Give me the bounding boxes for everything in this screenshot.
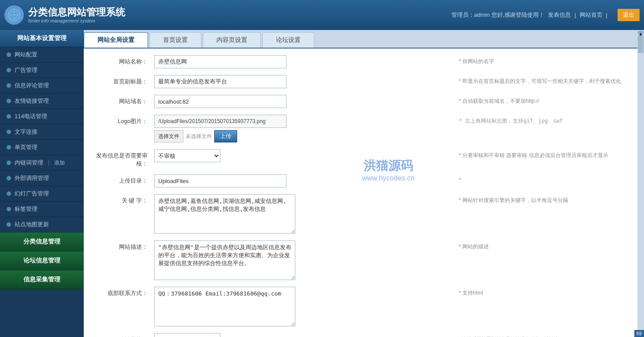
sidebar-label: 114电话管理 — [15, 112, 47, 120]
tab-content-settings[interactable]: 内容页设置 — [203, 32, 261, 48]
hint-review: * 分要审核和不审核 选要审核 信息必须后台管理员审核后才显示 — [452, 149, 629, 159]
sidebar-label: 单页管理 — [15, 143, 37, 151]
scrollbar[interactable]: ▲ — [637, 30, 644, 337]
home-link[interactable]: 网站首页 — [580, 11, 603, 19]
sidebar-item-comments[interactable]: 信息评论管理 — [0, 78, 84, 94]
sidebar-item-slideshow[interactable]: 幻灯广告管理 — [0, 186, 84, 202]
label-logo: Logo图片： — [93, 115, 154, 125]
title-block: 分类信息网站管理系统 fenlei info management system — [28, 7, 125, 23]
input-subtitle[interactable] — [154, 75, 287, 88]
hint-keywords: * 网站针对搜索引擎的关键字，以半角逗号分隔 — [452, 194, 629, 204]
hint-subtitle: * 即显示在首页标题后的文字，可填写一些相关关键字，利于搜索优化 — [452, 75, 629, 85]
label-footer: 底部联系方式： — [93, 287, 154, 297]
sidebar-item-site-config[interactable]: 网站配置 — [0, 47, 84, 63]
form-row-review: 发布信息是否需要审核： 不审核 审核 * 分要审核和不审核 选要审核 信息必须后… — [93, 149, 629, 168]
logout-button[interactable]: 退出 — [618, 9, 640, 21]
label-site-name: 网站名称： — [93, 55, 154, 66]
choose-file-button[interactable]: 选择文件 — [154, 130, 183, 142]
field-footer: QQ：379681606 Email:379681606@qq.com — [154, 287, 452, 326]
label-review: 发布信息是否需要审核： — [93, 149, 154, 168]
field-theme: 默认模版 — [154, 333, 452, 337]
field-site-name — [154, 55, 452, 68]
separator1: | — [574, 12, 576, 19]
sidebar-label: 广告管理 — [15, 66, 37, 74]
textarea-description[interactable]: "赤壁信息网"是一个提供赤壁以及周边地区信息发布的平台，能为百姓的生活带来方便和… — [154, 240, 295, 280]
sidebar-label: 网站配置 — [15, 51, 37, 59]
input-site-name[interactable] — [154, 55, 287, 68]
sidebar-label: 文字连接 — [15, 128, 37, 136]
dot-icon — [7, 222, 11, 227]
sidebar-label: 友情链接管理 — [15, 97, 49, 105]
form-row-subtitle: 首页副标题： * 即显示在首页标题后的文字，可填写一些相关关键字，利于搜索优化 — [93, 75, 629, 88]
input-upload-dir[interactable] — [154, 174, 287, 187]
field-upload-dir — [154, 174, 452, 187]
tab-forum-settings[interactable]: 论坛设置 — [262, 32, 314, 48]
sidebar-section-classified[interactable]: 分类信息管理 — [0, 232, 84, 251]
dot-icon — [7, 176, 11, 180]
header-right: 管理员：admin 您好,感谢登陆使用！ 发表信息 | 网站首页 | 退出 — [451, 9, 640, 21]
sidebar-section-forum[interactable]: 论坛信息管理 — [0, 251, 84, 270]
upload-button[interactable]: 上传 — [214, 130, 237, 142]
layout: 网站基本设置管理 网站配置 广告管理 信息评论管理 友情链接管理 114电话管理… — [0, 30, 644, 337]
textarea-footer[interactable]: QQ：379681606 Email:379681606@qq.com — [154, 287, 295, 326]
field-subtitle — [154, 75, 452, 88]
add-inner-link[interactable]: 添加 — [54, 159, 65, 167]
label-domain: 网站域名： — [93, 95, 154, 105]
sidebar-item-text-links[interactable]: 文字连接 — [0, 124, 84, 140]
logo-path-display: /UploadFiles/201507/2015070135937773.png — [154, 115, 287, 128]
tab-home-settings[interactable]: 首页设置 — [149, 32, 201, 48]
field-description: "赤壁信息网"是一个提供赤壁以及周边地区信息发布的平台，能为百姓的生活带来方便和… — [154, 240, 452, 280]
form-row-theme: 默认风格： 默认模版 * 选择后可能看到前台风格并没有改变，请清空Cookies — [93, 333, 629, 337]
label-subtitle: 首页副标题： — [93, 75, 154, 86]
label-keywords: 关 键 字： — [93, 194, 154, 205]
sidebar-section-collect[interactable]: 信息采集管理 — [0, 270, 84, 289]
select-review[interactable]: 不审核 审核 — [154, 149, 220, 162]
admin-greeting: 管理员：admin 您好,感谢登陆使用！ — [451, 11, 545, 19]
file-row: 选择文件 未选择文件 上传 — [154, 130, 452, 142]
scroll-thumb[interactable] — [638, 35, 644, 53]
sidebar-item-external[interactable]: 外部调用管理 — [0, 171, 84, 186]
logo-icon — [4, 5, 24, 25]
no-file-label: 未选择文件 — [186, 133, 212, 140]
logo-block: 分类信息网站管理系统 fenlei info management system — [4, 5, 125, 25]
sidebar-item-tags[interactable]: 标签管理 — [0, 202, 84, 217]
form-row-keywords: 关 键 字： 赤壁信息网,嘉鱼信息网,洪湖信息网,咸安信息网,咸宁信息网,信息分… — [93, 194, 629, 234]
dot-icon — [7, 145, 11, 150]
sidebar-item-114[interactable]: 114电话管理 — [0, 109, 84, 124]
textarea-keywords[interactable]: 赤壁信息网,嘉鱼信息网,洪湖信息网,咸安信息网,咸宁信息网,信息分类网,找信息,… — [154, 194, 295, 234]
scroll-up-arrow[interactable]: ▲ — [638, 31, 644, 34]
sidebar-item-links[interactable]: 友情链接管理 — [0, 94, 84, 109]
dot-icon — [7, 114, 11, 119]
dot-icon — [7, 83, 11, 88]
dot-icon — [7, 68, 11, 72]
main-content: 网站全局设置 首页设置 内容页设置 论坛设置 洪猫源码 www.hycodes.… — [84, 30, 637, 337]
site-subtitle: fenlei info management system — [28, 18, 125, 23]
sidebar-header: 网站基本设置管理 — [0, 30, 84, 47]
tab-global-settings[interactable]: 网站全局设置 — [84, 32, 148, 48]
dot-icon — [7, 99, 11, 103]
sidebar-label: 站点地图更新 — [15, 221, 49, 228]
hint-domain: * 自动获取当前域名，不要加http:// — [452, 95, 629, 105]
sidebar: 网站基本设置管理 网站配置 广告管理 信息评论管理 友情链接管理 114电话管理… — [0, 30, 84, 337]
post-info-link[interactable]: 发表信息 — [548, 11, 571, 19]
header: 分类信息网站管理系统 fenlei info management system… — [0, 0, 644, 30]
separator2: | — [606, 12, 607, 19]
hint-upload-dir: * — [452, 174, 629, 183]
sidebar-label: 幻灯广告管理 — [15, 190, 49, 198]
field-review: 不审核 审核 — [154, 149, 452, 162]
label-upload-dir: 上传目录： — [93, 174, 154, 185]
sidebar-item-inner-links[interactable]: 内链词管理 添加 — [0, 155, 84, 171]
sidebar-label: 信息评论管理 — [15, 82, 49, 90]
sidebar-item-single-page[interactable]: 单页管理 — [0, 140, 84, 155]
sidebar-item-sitemap[interactable]: 站点地图更新 — [0, 217, 84, 232]
tabs: 网站全局设置 首页设置 内容页设置 论坛设置 — [84, 30, 637, 49]
dot-icon — [7, 207, 11, 211]
hint-logo: * 左上角网站标志图，支持gif、jpg、swf — [452, 115, 629, 125]
sidebar-item-ads[interactable]: 广告管理 — [0, 63, 84, 78]
sidebar-label: 内链词管理 — [15, 159, 43, 167]
label-description: 网站描述： — [93, 240, 154, 251]
input-domain[interactable] — [154, 95, 287, 108]
field-keywords: 赤壁信息网,嘉鱼信息网,洪湖信息网,咸安信息网,咸宁信息网,信息分类网,找信息,… — [154, 194, 452, 234]
select-theme[interactable]: 默认模版 — [154, 333, 220, 337]
form-area: 洪猫源码 www.hycodes.cn 网站名称： * 你网站的名字 首页副标题… — [84, 49, 637, 337]
